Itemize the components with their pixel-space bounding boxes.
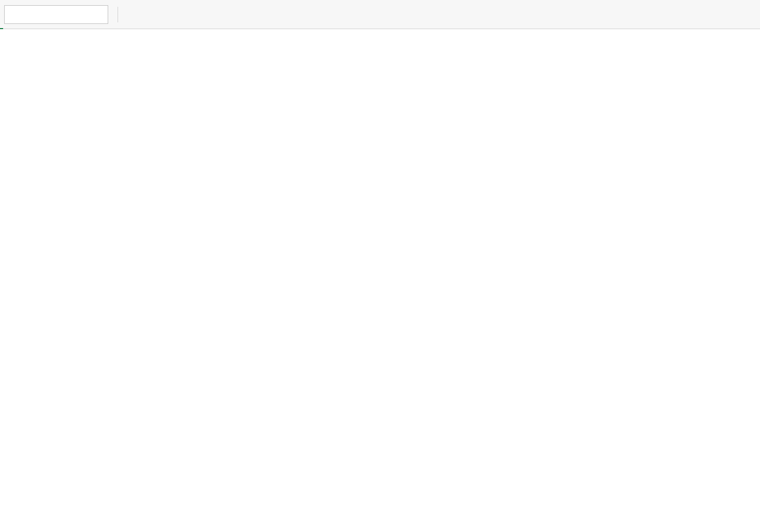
name-box[interactable] bbox=[4, 5, 108, 24]
formula-bar-region bbox=[0, 0, 760, 29]
name-box-input[interactable] bbox=[10, 8, 141, 20]
formula-bar-input[interactable] bbox=[174, 5, 760, 24]
